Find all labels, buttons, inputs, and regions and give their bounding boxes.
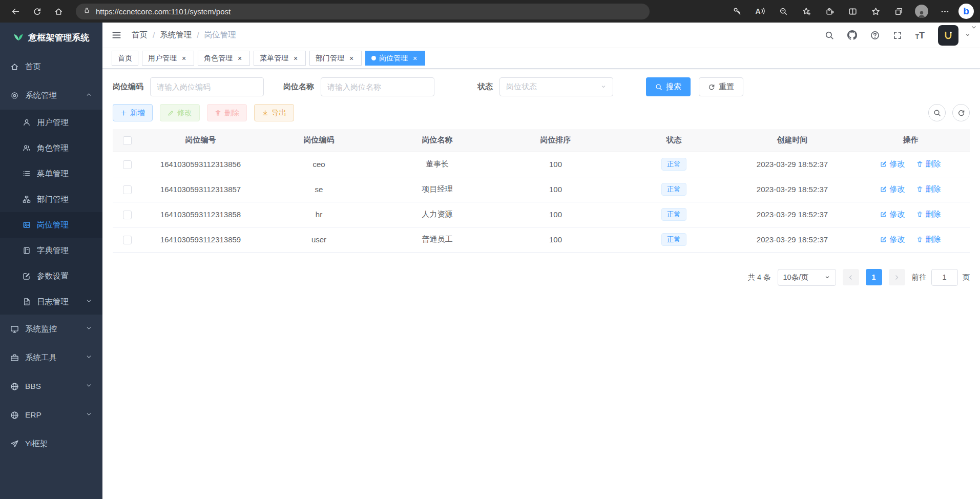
tab-menu-management[interactable]: 菜单管理 [254,51,306,66]
breadcrumb-separator [197,31,199,40]
user-avatar[interactable] [938,25,958,46]
status-select[interactable]: 岗位状态 [499,77,613,96]
post-name-field[interactable] [321,77,434,96]
profile-avatar-icon[interactable] [912,3,931,20]
edit-pencil-icon [168,110,174,116]
cell-post-name: 普通员工 [378,227,496,252]
github-icon[interactable] [847,30,857,40]
tab-close-icon[interactable] [180,54,188,63]
row-edit-link[interactable]: 修改 [880,210,905,219]
bing-copilot-icon[interactable] [958,4,974,19]
fullscreen-icon[interactable] [893,31,902,40]
search-button[interactable]: 搜索 [646,77,691,96]
cell-post-id: 1641030593112313857 [141,177,260,202]
site-info-lock-icon[interactable] [83,7,91,16]
table-row[interactable]: 1641030593112313859 user 普通员工 100 正常 202… [113,227,970,252]
url-text[interactable]: https://ccnetcore.com:1101/system/post [96,7,231,16]
row-delete-link[interactable]: 删除 [916,235,941,244]
post-code-label: 岗位编码 [113,82,143,92]
sidebar-item-posts[interactable]: 岗位管理 [0,212,102,238]
toggle-search-button[interactable] [928,104,946,121]
tab-close-icon[interactable] [411,54,419,63]
row-checkbox[interactable] [123,211,132,219]
extensions-puzzle-icon[interactable] [820,3,839,20]
read-aloud-icon[interactable] [751,3,769,20]
page-size-select[interactable]: 10条/页 [778,269,836,286]
browser-refresh-button[interactable] [28,3,46,20]
goto-page-input[interactable] [931,269,958,286]
row-edit-label: 修改 [889,235,905,244]
chevron-down-icon [86,297,92,306]
tab-close-icon[interactable] [236,54,244,63]
breadcrumb-home[interactable]: 首页 [132,30,148,40]
sidebar-item-yi-framework[interactable]: Yi框架 [0,429,102,458]
row-delete-link[interactable]: 删除 [916,210,941,219]
collections-icon[interactable] [889,3,908,20]
favorites-bar-star-icon[interactable] [866,3,885,20]
export-button[interactable]: 导出 [254,104,294,121]
sidebar-item-erp[interactable]: ERP [0,401,102,429]
tab-user-management[interactable]: 用户管理 [142,51,194,66]
column-created: 创建时间 [733,129,851,152]
post-code-input[interactable] [157,82,257,91]
cell-post-code: ceo [260,152,378,177]
help-question-icon[interactable] [870,31,880,40]
tab-post-management[interactable]: 岗位管理 [365,51,425,66]
page-number-1[interactable]: 1 [866,269,882,285]
browser-sidebar-caret-icon[interactable] [970,24,977,33]
tab-close-icon[interactable] [347,54,356,63]
sidebar-item-bbs[interactable]: BBS [0,372,102,401]
table-row[interactable]: 1641030593112313857 se 项目经理 100 正常 2023-… [113,177,970,202]
sidebar-item-tools[interactable]: 系统工具 [0,343,102,372]
row-edit-link[interactable]: 修改 [880,235,905,244]
row-delete-link[interactable]: 删除 [916,159,941,169]
next-page-button[interactable] [889,269,905,285]
sidebar-collapse-button[interactable] [112,30,121,40]
table-row[interactable]: 1641030593112313856 ceo 董事长 100 正常 2023-… [113,152,970,177]
post-name-input[interactable] [327,82,428,91]
select-all-checkbox[interactable] [123,136,132,145]
sidebar-item-parameters[interactable]: 参数设置 [0,263,102,289]
trash-icon [916,161,923,168]
split-screen-icon[interactable] [843,3,862,20]
browser-back-button[interactable] [6,3,25,20]
browser-menu-ellipsis-icon[interactable] [935,3,954,20]
row-checkbox[interactable] [123,160,132,169]
tab-home[interactable]: 首页 [112,51,138,66]
tab-close-icon[interactable] [291,54,300,63]
delete-button-disabled[interactable]: 删除 [207,104,247,121]
table-row[interactable]: 1641030593112313858 hr 人力资源 100 正常 2023-… [113,202,970,227]
refresh-icon [708,84,715,91]
font-size-icon[interactable] [915,31,925,40]
row-checkbox[interactable] [123,185,132,194]
add-button[interactable]: 新增 [113,104,153,121]
add-favorite-star-icon[interactable] [797,3,816,20]
sidebar-item-dictionary[interactable]: 字典管理 [0,238,102,263]
tab-department-management[interactable]: 部门管理 [309,51,362,66]
sidebar-item-home[interactable]: 首页 [0,52,102,81]
edit-button-disabled[interactable]: 修改 [160,104,200,121]
tab-role-management[interactable]: 角色管理 [198,51,250,66]
sidebar-item-roles[interactable]: 角色管理 [0,135,102,161]
zoom-out-icon[interactable] [774,3,793,20]
prev-page-button[interactable] [843,269,859,285]
sidebar-item-system[interactable]: 系统管理 [0,81,102,110]
row-checkbox[interactable] [123,236,132,244]
sidebar-item-menus[interactable]: 菜单管理 [0,161,102,186]
row-delete-link[interactable]: 删除 [916,184,941,194]
reset-button[interactable]: 重置 [699,77,743,96]
sidebar-item-monitor[interactable]: 系统监控 [0,315,102,343]
sidebar-item-users[interactable]: 用户管理 [0,110,102,135]
paper-plane-icon [10,440,19,448]
sidebar-item-logs[interactable]: 日志管理 [0,289,102,315]
sidebar-item-departments[interactable]: 部门管理 [0,186,102,212]
refresh-table-button[interactable] [952,104,970,121]
row-edit-link[interactable]: 修改 [880,159,905,169]
header-search-icon[interactable] [825,31,834,40]
browser-home-button[interactable] [49,3,68,20]
password-key-icon[interactable] [728,3,746,20]
address-bar[interactable]: https://ccnetcore.com:1101/system/post [76,4,650,19]
post-code-field[interactable] [150,77,264,96]
pagination: 共 4 条 10条/页 1 前往 页 [113,269,970,286]
row-edit-link[interactable]: 修改 [880,184,905,194]
